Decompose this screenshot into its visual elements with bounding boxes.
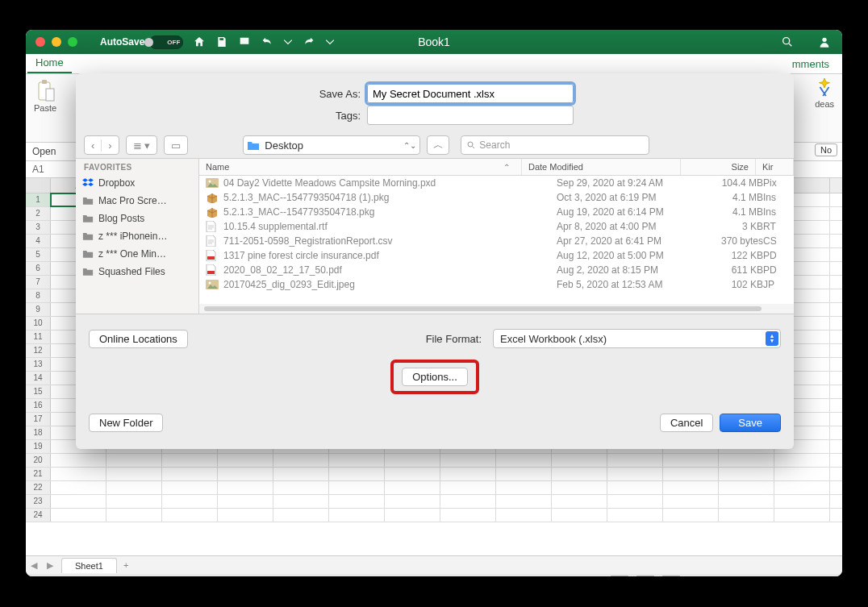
cell[interactable] bbox=[719, 454, 774, 467]
cell[interactable] bbox=[552, 481, 607, 494]
file-row[interactable]: 1317 pine forest circle insurance.pdfAug… bbox=[199, 248, 794, 263]
cell[interactable] bbox=[273, 468, 329, 480]
cell[interactable] bbox=[273, 481, 329, 494]
save-button[interactable]: Save bbox=[720, 414, 781, 432]
cell[interactable] bbox=[496, 481, 552, 494]
row-header[interactable]: 5 bbox=[26, 248, 51, 261]
cell[interactable] bbox=[663, 481, 719, 494]
cell[interactable] bbox=[663, 454, 719, 467]
row-header[interactable]: 4 bbox=[26, 235, 51, 247]
ideas-button[interactable]: deas bbox=[815, 77, 834, 109]
cell[interactable] bbox=[719, 509, 774, 522]
row-header[interactable]: 9 bbox=[26, 303, 51, 316]
cell[interactable] bbox=[440, 454, 496, 467]
cell[interactable] bbox=[162, 481, 218, 494]
nav-back-forward[interactable]: ‹› bbox=[84, 135, 119, 155]
row-header[interactable]: 3 bbox=[26, 221, 51, 234]
sidebar-item[interactable]: z *** iPhonein… bbox=[76, 227, 198, 245]
search-field[interactable]: Search bbox=[461, 135, 649, 155]
cell[interactable] bbox=[496, 468, 552, 480]
cell[interactable] bbox=[607, 509, 663, 522]
cell[interactable] bbox=[106, 509, 162, 522]
cell[interactable] bbox=[51, 468, 106, 480]
online-locations-button[interactable]: Online Locations bbox=[89, 330, 188, 348]
tab-home[interactable]: Home bbox=[27, 53, 72, 73]
row-header[interactable]: 14 bbox=[26, 372, 51, 385]
cell[interactable] bbox=[719, 495, 774, 508]
row-header[interactable]: 17 bbox=[26, 413, 51, 426]
row-header[interactable]: 8 bbox=[26, 289, 51, 302]
select-all-corner[interactable] bbox=[26, 178, 51, 193]
cell[interactable] bbox=[774, 495, 830, 508]
cell[interactable] bbox=[607, 468, 663, 480]
cell[interactable] bbox=[273, 454, 329, 467]
group-button[interactable]: ▭ bbox=[164, 135, 188, 155]
cell[interactable] bbox=[607, 495, 663, 508]
cell[interactable] bbox=[663, 509, 719, 522]
file-row[interactable]: 711-2051-0598_RegistrationReport.csvApr … bbox=[199, 234, 794, 248]
cell[interactable] bbox=[329, 495, 385, 508]
file-row[interactable]: 5.2.1.3_MAC--1547793504718.pkgAug 19, 20… bbox=[199, 205, 794, 219]
cell[interactable] bbox=[385, 481, 440, 494]
cell[interactable] bbox=[385, 509, 440, 522]
paste-button[interactable]: Paste bbox=[34, 79, 56, 113]
cell[interactable] bbox=[273, 509, 329, 522]
row-header[interactable]: 12 bbox=[26, 344, 51, 357]
row-header[interactable]: 15 bbox=[26, 385, 51, 398]
cell[interactable] bbox=[162, 468, 218, 480]
sheet-tab[interactable]: Sheet1 bbox=[61, 558, 117, 573]
tab-comments[interactable]: mments bbox=[784, 55, 837, 73]
cell[interactable] bbox=[719, 481, 774, 494]
cell[interactable] bbox=[552, 509, 607, 522]
row-header[interactable]: 10 bbox=[26, 317, 51, 330]
row-header[interactable]: 18 bbox=[26, 426, 51, 439]
cell[interactable] bbox=[162, 509, 218, 522]
list-header[interactable]: Name⌃ Date Modified Size Kir bbox=[199, 159, 794, 176]
cell[interactable] bbox=[218, 454, 273, 467]
search-icon[interactable] bbox=[781, 35, 794, 48]
no-button[interactable]: No bbox=[815, 143, 837, 156]
sidebar-item[interactable]: Squashed Files bbox=[76, 263, 198, 281]
file-row[interactable]: 2020_08_02_12_17_50.pdfAug 2, 2020 at 8:… bbox=[199, 263, 794, 277]
sidebar-item[interactable]: Blog Posts bbox=[76, 210, 198, 227]
account-icon[interactable] bbox=[818, 35, 831, 48]
row-header[interactable]: 19 bbox=[26, 440, 51, 453]
file-row[interactable]: 04 Day2 Vidette Meadows Campsite Morning… bbox=[199, 176, 794, 190]
cell[interactable] bbox=[218, 468, 273, 480]
cell[interactable] bbox=[496, 454, 552, 467]
location-popup[interactable]: Desktop ⌃⌄ bbox=[243, 135, 420, 155]
cell[interactable] bbox=[663, 495, 719, 508]
cell[interactable] bbox=[607, 481, 663, 494]
row-header[interactable]: 11 bbox=[26, 331, 51, 343]
row-header[interactable]: 24 bbox=[26, 509, 51, 522]
sheet-next-icon[interactable]: ▶ bbox=[42, 560, 58, 571]
cell[interactable] bbox=[218, 481, 273, 494]
row-header[interactable]: 13 bbox=[26, 358, 51, 371]
cell[interactable] bbox=[51, 509, 106, 522]
tags-input[interactable] bbox=[367, 106, 574, 125]
cell[interactable] bbox=[162, 454, 218, 467]
cancel-button[interactable]: Cancel bbox=[660, 414, 713, 432]
horizontal-scrollbar[interactable] bbox=[199, 304, 794, 314]
view-layout-icon[interactable] bbox=[636, 576, 654, 576]
cell[interactable] bbox=[719, 468, 774, 480]
row-header[interactable]: 7 bbox=[26, 276, 51, 289]
cell[interactable] bbox=[51, 454, 106, 467]
cell[interactable] bbox=[329, 454, 385, 467]
cell[interactable] bbox=[329, 468, 385, 480]
cell[interactable] bbox=[385, 468, 440, 480]
cell[interactable] bbox=[774, 454, 830, 467]
cell[interactable] bbox=[440, 495, 496, 508]
cell[interactable] bbox=[774, 481, 830, 494]
cell[interactable] bbox=[496, 495, 552, 508]
cell[interactable] bbox=[106, 468, 162, 480]
cell[interactable] bbox=[385, 495, 440, 508]
file-format-select[interactable]: Excel Workbook (.xlsx) ▲▼ bbox=[493, 329, 781, 348]
row-header[interactable]: 16 bbox=[26, 399, 51, 412]
add-sheet-button[interactable]: + bbox=[123, 560, 128, 570]
cell[interactable] bbox=[440, 481, 496, 494]
cell[interactable] bbox=[218, 509, 273, 522]
view-break-icon[interactable] bbox=[662, 576, 680, 576]
cell[interactable] bbox=[440, 468, 496, 480]
row-header[interactable]: 2 bbox=[26, 207, 51, 220]
